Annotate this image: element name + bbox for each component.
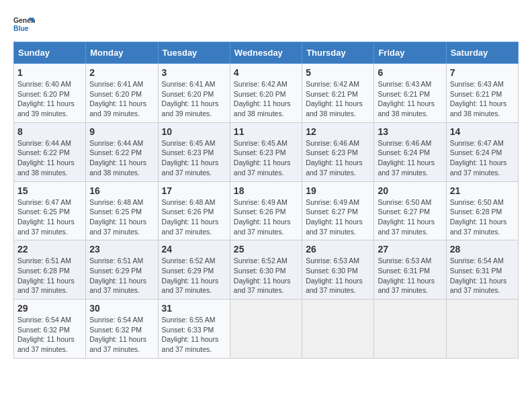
calendar-cell: 15 Sunrise: 6:47 AM Sunset: 6:25 PM Dayl… [14, 181, 86, 240]
sunset-label: Sunset: 6:20 PM [89, 90, 142, 98]
day-info: Sunrise: 6:54 AM Sunset: 6:31 PM Dayligh… [450, 256, 515, 295]
logo-icon: General Blue [13, 13, 35, 35]
calendar-cell: 3 Sunrise: 6:41 AM Sunset: 6:20 PM Dayli… [158, 64, 230, 123]
daylight-label: Daylight: 11 hours and 37 minutes. [89, 335, 146, 353]
weekday-header-tuesday: Tuesday [158, 42, 230, 64]
day-info: Sunrise: 6:41 AM Sunset: 6:20 PM Dayligh… [162, 79, 226, 119]
sunrise-label: Sunrise: 6:53 AM [378, 257, 431, 265]
day-info: Sunrise: 6:48 AM Sunset: 6:25 PM Dayligh… [89, 197, 154, 237]
day-number: 31 [162, 303, 226, 314]
page-header: General Blue [13, 13, 519, 35]
sunset-label: Sunset: 6:20 PM [234, 90, 286, 98]
day-number: 21 [450, 185, 515, 196]
calendar-cell: 5 Sunrise: 6:42 AM Sunset: 6:21 PM Dayli… [302, 64, 374, 123]
sunrise-label: Sunrise: 6:50 AM [378, 198, 431, 206]
day-number: 5 [306, 67, 370, 78]
day-number: 22 [17, 244, 82, 255]
day-number: 1 [17, 67, 82, 78]
daylight-label: Daylight: 11 hours and 37 minutes. [306, 277, 363, 295]
day-info: Sunrise: 6:49 AM Sunset: 6:27 PM Dayligh… [306, 197, 370, 237]
day-number: 25 [234, 244, 298, 255]
daylight-label: Daylight: 11 hours and 38 minutes. [17, 158, 75, 177]
calendar-week-5: 29 Sunrise: 6:54 AM Sunset: 6:32 PM Dayl… [14, 300, 519, 359]
calendar-cell [374, 300, 446, 359]
day-number: 9 [89, 126, 154, 137]
weekday-header-row: SundayMondayTuesdayWednesdayThursdayFrid… [14, 42, 519, 64]
day-number: 29 [17, 303, 82, 314]
sunrise-label: Sunrise: 6:54 AM [450, 257, 504, 265]
day-number: 16 [89, 185, 154, 196]
calendar-cell: 23 Sunrise: 6:51 AM Sunset: 6:29 PM Dayl… [86, 240, 158, 300]
day-number: 11 [234, 126, 298, 137]
day-info: Sunrise: 6:51 AM Sunset: 6:28 PM Dayligh… [17, 256, 82, 295]
day-info: Sunrise: 6:40 AM Sunset: 6:20 PM Dayligh… [17, 79, 82, 119]
calendar-cell: 16 Sunrise: 6:48 AM Sunset: 6:25 PM Dayl… [86, 181, 158, 240]
day-number: 3 [162, 67, 226, 78]
calendar-cell: 2 Sunrise: 6:41 AM Sunset: 6:20 PM Dayli… [86, 64, 158, 123]
day-number: 2 [89, 67, 154, 78]
calendar-cell: 9 Sunrise: 6:44 AM Sunset: 6:22 PM Dayli… [86, 122, 158, 181]
day-info: Sunrise: 6:44 AM Sunset: 6:22 PM Dayligh… [17, 138, 82, 178]
day-number: 28 [450, 244, 515, 255]
calendar-cell: 21 Sunrise: 6:50 AM Sunset: 6:28 PM Dayl… [446, 181, 518, 240]
weekday-header-sunday: Sunday [14, 42, 86, 64]
sunset-label: Sunset: 6:24 PM [450, 148, 502, 156]
calendar-cell: 12 Sunrise: 6:46 AM Sunset: 6:23 PM Dayl… [302, 122, 374, 181]
daylight-label: Daylight: 11 hours and 38 minutes. [89, 158, 146, 177]
sunrise-label: Sunrise: 6:46 AM [306, 139, 359, 147]
sunset-label: Sunset: 6:20 PM [162, 90, 214, 98]
day-info: Sunrise: 6:44 AM Sunset: 6:22 PM Dayligh… [89, 138, 154, 178]
daylight-label: Daylight: 11 hours and 38 minutes. [234, 99, 291, 118]
calendar-cell: 24 Sunrise: 6:52 AM Sunset: 6:29 PM Dayl… [158, 240, 230, 300]
sunset-label: Sunset: 6:31 PM [450, 267, 502, 275]
calendar-cell: 28 Sunrise: 6:54 AM Sunset: 6:31 PM Dayl… [446, 240, 518, 300]
sunset-label: Sunset: 6:22 PM [89, 148, 142, 156]
sunrise-label: Sunrise: 6:45 AM [234, 139, 287, 147]
calendar-week-4: 22 Sunrise: 6:51 AM Sunset: 6:28 PM Dayl… [14, 240, 519, 300]
daylight-label: Daylight: 11 hours and 37 minutes. [234, 277, 291, 295]
day-number: 19 [306, 185, 370, 196]
sunrise-label: Sunrise: 6:41 AM [89, 80, 143, 88]
day-info: Sunrise: 6:45 AM Sunset: 6:23 PM Dayligh… [162, 138, 226, 178]
calendar-cell: 25 Sunrise: 6:52 AM Sunset: 6:30 PM Dayl… [230, 240, 302, 300]
sunrise-label: Sunrise: 6:54 AM [89, 316, 143, 324]
sunrise-label: Sunrise: 6:41 AM [162, 80, 216, 88]
day-number: 30 [89, 303, 154, 314]
sunrise-label: Sunrise: 6:48 AM [162, 198, 216, 206]
daylight-label: Daylight: 11 hours and 39 minutes. [89, 99, 146, 118]
day-number: 15 [17, 185, 82, 196]
sunrise-label: Sunrise: 6:40 AM [17, 80, 71, 88]
sunrise-label: Sunrise: 6:49 AM [306, 198, 359, 206]
day-info: Sunrise: 6:42 AM Sunset: 6:21 PM Dayligh… [306, 79, 370, 119]
day-number: 8 [17, 126, 82, 137]
sunset-label: Sunset: 6:21 PM [378, 90, 430, 98]
daylight-label: Daylight: 11 hours and 37 minutes. [378, 218, 435, 236]
day-info: Sunrise: 6:47 AM Sunset: 6:25 PM Dayligh… [17, 197, 82, 237]
day-info: Sunrise: 6:55 AM Sunset: 6:33 PM Dayligh… [162, 315, 226, 355]
daylight-label: Daylight: 11 hours and 37 minutes. [306, 218, 363, 236]
day-number: 6 [378, 67, 442, 78]
day-number: 4 [234, 67, 298, 78]
sunrise-label: Sunrise: 6:48 AM [89, 198, 143, 206]
day-info: Sunrise: 6:42 AM Sunset: 6:20 PM Dayligh… [234, 79, 298, 119]
sunset-label: Sunset: 6:26 PM [234, 208, 286, 216]
calendar-cell: 13 Sunrise: 6:46 AM Sunset: 6:24 PM Dayl… [374, 122, 446, 181]
sunset-label: Sunset: 6:32 PM [17, 326, 70, 334]
sunset-label: Sunset: 6:22 PM [17, 148, 70, 156]
sunrise-label: Sunrise: 6:51 AM [89, 257, 143, 265]
day-info: Sunrise: 6:46 AM Sunset: 6:24 PM Dayligh… [378, 138, 442, 178]
day-number: 27 [378, 244, 442, 255]
day-number: 17 [162, 185, 226, 196]
weekday-header-friday: Friday [374, 42, 446, 64]
sunrise-label: Sunrise: 6:47 AM [450, 139, 504, 147]
daylight-label: Daylight: 11 hours and 37 minutes. [89, 277, 146, 295]
daylight-label: Daylight: 11 hours and 39 minutes. [17, 99, 75, 118]
day-info: Sunrise: 6:53 AM Sunset: 6:31 PM Dayligh… [378, 256, 442, 295]
daylight-label: Daylight: 11 hours and 37 minutes. [17, 335, 75, 353]
sunset-label: Sunset: 6:28 PM [17, 267, 70, 275]
calendar-cell: 30 Sunrise: 6:54 AM Sunset: 6:32 PM Dayl… [86, 300, 158, 359]
daylight-label: Daylight: 11 hours and 39 minutes. [162, 99, 219, 118]
daylight-label: Daylight: 11 hours and 37 minutes. [162, 218, 219, 236]
day-info: Sunrise: 6:43 AM Sunset: 6:21 PM Dayligh… [378, 79, 442, 119]
daylight-label: Daylight: 11 hours and 37 minutes. [306, 158, 363, 177]
